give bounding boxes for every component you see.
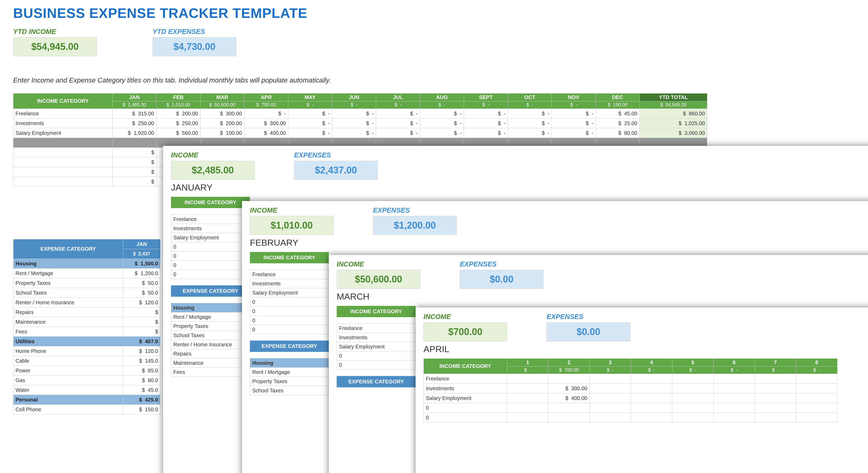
april-cell[interactable] xyxy=(549,403,590,413)
income-row-cat[interactable]: Investments xyxy=(13,119,113,128)
income-cell[interactable]: $ 1,920.00 xyxy=(113,128,156,138)
income-cell[interactable]: $ 200.00 xyxy=(200,119,244,128)
expense-cell[interactable]: $ 120.0 xyxy=(123,346,160,356)
income-cell[interactable]: $ - xyxy=(376,119,420,128)
income-cell[interactable]: $ - xyxy=(420,119,464,128)
income-row-cat[interactable]: Salary Employment xyxy=(13,128,113,138)
income-cell[interactable]: $ - xyxy=(552,119,596,128)
income-cell[interactable]: $ - xyxy=(508,128,552,138)
mini-row[interactable]: 0 xyxy=(250,316,329,325)
mini-row[interactable]: 0 xyxy=(171,251,250,261)
april-cell[interactable] xyxy=(590,374,631,384)
expense-row-cat[interactable]: Fees xyxy=(13,327,123,337)
expense-row-cat[interactable]: Cable xyxy=(13,356,123,366)
april-row-cat[interactable]: 0 xyxy=(424,413,507,423)
income-cell[interactable]: $ 400.00 xyxy=(244,128,288,138)
mini-row[interactable]: Freelance xyxy=(250,270,329,279)
expense-row-cat[interactable]: Maintenance xyxy=(13,317,123,327)
income-cell[interactable]: $ - xyxy=(552,109,596,119)
income-cell[interactable]: $ - xyxy=(552,128,596,138)
income-cell[interactable]: $ 300.00 xyxy=(244,119,288,128)
expense-row-cat[interactable]: Property Taxes xyxy=(13,278,123,288)
april-cell[interactable] xyxy=(507,403,549,413)
april-cell[interactable] xyxy=(755,403,796,413)
expense-cell[interactable]: $ xyxy=(123,307,160,317)
expense-row-cat[interactable]: Power xyxy=(13,366,123,375)
expense-row-cat[interactable]: Personal xyxy=(13,395,123,405)
expense-cell[interactable]: $ 1,500.0 xyxy=(123,259,160,269)
expense-row-cat[interactable]: School Taxes xyxy=(13,288,123,298)
income-cell[interactable]: $ - xyxy=(288,128,332,138)
april-cell[interactable] xyxy=(507,384,549,393)
april-row-cat[interactable]: 0 xyxy=(424,403,507,413)
income-cell[interactable]: $ 250.00 xyxy=(156,119,200,128)
income-cell[interactable]: $ 560.00 xyxy=(156,128,200,138)
income-cell[interactable]: $ 250.00 xyxy=(113,119,156,128)
mini-row[interactable]: Salary Employment xyxy=(171,233,250,242)
april-cell[interactable] xyxy=(672,413,714,423)
april-cell[interactable] xyxy=(672,393,714,403)
mini-row[interactable]: School Taxes xyxy=(250,386,329,395)
income-cell[interactable]: $ 45.00 xyxy=(596,109,640,119)
income-cell[interactable]: $ - xyxy=(332,128,376,138)
mini-row[interactable]: 0 xyxy=(337,351,415,361)
april-row-cat[interactable]: Freelance xyxy=(424,374,507,384)
mini-row[interactable]: Housing xyxy=(250,359,329,368)
expense-cell[interactable]: $ 120.0 xyxy=(123,298,160,307)
income-cell[interactable]: $ - xyxy=(508,109,552,119)
expense-row-cat[interactable]: Cell Phone xyxy=(13,405,123,414)
income-cell[interactable]: $ 315.00 xyxy=(113,109,156,119)
mini-row[interactable]: Property Taxes xyxy=(171,322,250,331)
expense-row-cat[interactable]: Repairs xyxy=(13,307,123,317)
april-cell[interactable] xyxy=(507,413,549,423)
april-cell[interactable] xyxy=(714,384,755,393)
income-cell[interactable]: $ - xyxy=(420,109,464,119)
april-cell[interactable] xyxy=(672,403,714,413)
april-cell[interactable] xyxy=(631,374,672,384)
mini-row[interactable]: Property Taxes xyxy=(250,377,329,386)
income-row-cat[interactable]: Freelance xyxy=(13,109,113,119)
april-cell[interactable] xyxy=(714,403,755,413)
mini-row[interactable]: 0 xyxy=(250,307,329,316)
april-cell[interactable] xyxy=(590,393,631,403)
april-cell[interactable] xyxy=(796,393,837,403)
april-cell[interactable] xyxy=(714,374,755,384)
april-cell[interactable] xyxy=(672,384,714,393)
april-cell[interactable] xyxy=(796,384,837,393)
april-cell[interactable] xyxy=(549,374,590,384)
april-cell[interactable] xyxy=(755,384,796,393)
mini-row[interactable]: Housing xyxy=(171,303,250,312)
mini-row[interactable]: Freelance xyxy=(337,324,415,333)
expense-table[interactable]: EXPENSE CATEGORYJAN$ 2,437Housing$ 1,500… xyxy=(13,239,160,414)
income-cell[interactable]: $ - xyxy=(244,109,288,119)
income-cell[interactable]: $ - xyxy=(376,109,420,119)
mini-row[interactable]: 0 xyxy=(250,298,329,307)
april-cell[interactable] xyxy=(755,393,796,403)
income-cell[interactable]: $ - xyxy=(288,119,332,128)
expense-cell[interactable]: $ 85.0 xyxy=(123,366,160,375)
mini-row[interactable]: Investments xyxy=(250,279,329,288)
april-cell[interactable] xyxy=(755,374,796,384)
april-cell[interactable] xyxy=(590,403,631,413)
income-cell[interactable]: $ - xyxy=(332,109,376,119)
mini-row[interactable]: 0 xyxy=(171,261,250,270)
expense-row-cat[interactable]: Renter / Home Insurance xyxy=(13,298,123,307)
april-cell[interactable] xyxy=(796,374,837,384)
expense-cell[interactable]: $ 45.0 xyxy=(123,385,160,395)
mini-row[interactable]: Renter / Home Insurance xyxy=(171,340,250,349)
income-cell[interactable]: $ - xyxy=(464,109,508,119)
expense-cell[interactable]: $ 407.0 xyxy=(123,337,160,346)
april-cell[interactable] xyxy=(631,393,672,403)
mini-row[interactable]: School Taxes xyxy=(171,331,250,340)
april-row-cat[interactable]: Investments xyxy=(424,384,507,393)
expense-row-cat[interactable]: Gas xyxy=(13,375,123,385)
mini-row[interactable]: Rent / Mortgage xyxy=(171,312,250,322)
mini-row[interactable]: Repairs xyxy=(171,349,250,359)
april-cell[interactable]: $ 300.00 xyxy=(549,384,590,393)
mini-row[interactable]: Investments xyxy=(337,333,415,342)
income-cell[interactable]: $ 100.00 xyxy=(200,128,244,138)
expense-cell[interactable]: $ 50.0 xyxy=(123,288,160,298)
expense-row-cat[interactable]: Home Phone xyxy=(13,346,123,356)
income-cell[interactable]: $ 80.00 xyxy=(596,128,640,138)
income-cell[interactable]: $ 300.00 xyxy=(200,109,244,119)
